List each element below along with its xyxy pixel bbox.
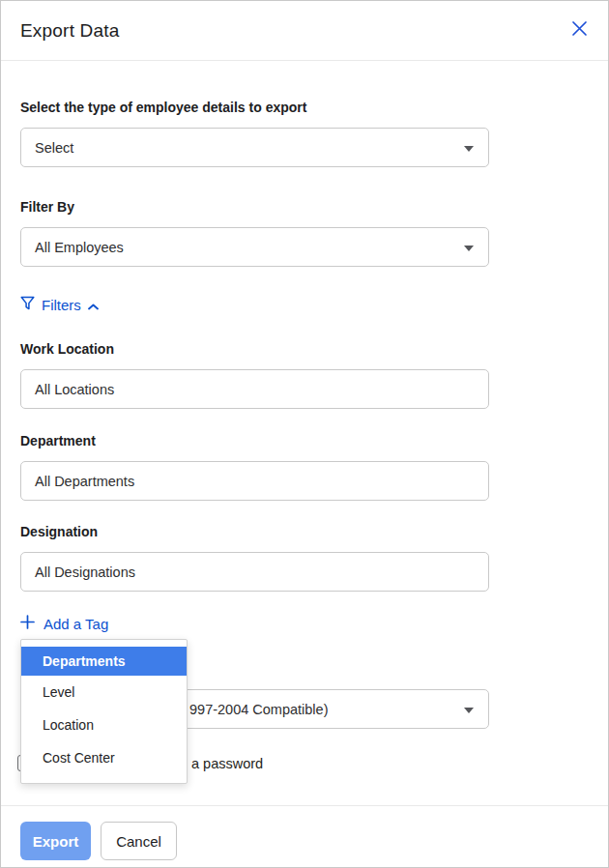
export-data-modal: Export Data Select the type of employee … — [0, 0, 609, 868]
employee-details-type-select[interactable]: Select — [20, 128, 489, 167]
employee-details-type-value: Select — [35, 140, 73, 156]
work-location-label: Work Location — [20, 342, 589, 357]
tag-menu-item-cost-center[interactable]: Cost Center — [21, 741, 187, 774]
export-format-value: 997-2004 Compatible) — [189, 702, 328, 717]
chevron-down-icon — [464, 146, 474, 152]
chevron-down-icon — [464, 708, 474, 713]
tag-dropdown-menu: Departments Level Location Cost Center — [20, 639, 188, 784]
designation-label: Designation — [20, 525, 589, 539]
page-title: Export Data — [20, 20, 120, 42]
chevron-up-icon — [88, 297, 99, 313]
tag-menu-item-level[interactable]: Level — [21, 676, 187, 709]
add-tag-link[interactable]: Add a Tag — [20, 615, 108, 632]
filter-by-value: All Employees — [35, 240, 124, 255]
modal-header: Export Data — [1, 1, 608, 61]
work-location-value: All Locations — [35, 382, 114, 397]
filter-by-label: Filter By — [20, 200, 589, 215]
add-tag-label: Add a Tag — [44, 616, 108, 632]
designation-value: All Designations — [35, 564, 135, 580]
work-location-input[interactable]: All Locations — [20, 369, 489, 409]
plus-icon — [20, 615, 35, 632]
footer-divider — [1, 805, 609, 806]
tag-menu-item-departments[interactable]: Departments — [21, 647, 187, 676]
modal-footer: Export Cancel — [20, 822, 589, 860]
chevron-down-icon — [464, 246, 474, 251]
department-value: All Departments — [35, 474, 134, 489]
designation-input[interactable]: All Designations — [20, 552, 489, 592]
department-input[interactable]: All Departments — [20, 461, 489, 501]
filters-toggle-label: Filters — [42, 297, 81, 313]
tag-menu-item-location[interactable]: Location — [21, 709, 187, 741]
password-label: a password — [191, 756, 263, 771]
filters-toggle[interactable]: Filters — [20, 296, 99, 313]
cancel-button[interactable]: Cancel — [101, 822, 177, 860]
type-select-label: Select the type of employee details to e… — [20, 101, 589, 115]
close-icon — [571, 20, 588, 41]
export-button[interactable]: Export — [20, 822, 91, 860]
department-label: Department — [20, 434, 589, 448]
filter-by-select[interactable]: All Employees — [20, 227, 489, 267]
funnel-icon — [20, 296, 35, 313]
close-button[interactable] — [569, 21, 589, 41]
